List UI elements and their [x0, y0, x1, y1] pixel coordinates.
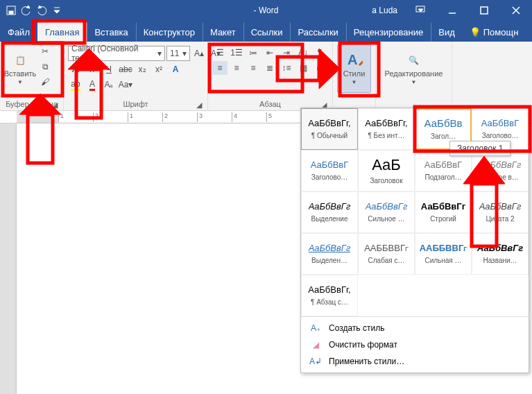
style-name: Строгий [430, 215, 456, 223]
format-painter-icon[interactable]: 🖌 [37, 75, 53, 89]
font-size-value: 11 [170, 49, 179, 58]
minimize-button[interactable] [436, 0, 468, 21]
clear-formatting-icon[interactable]: Aₐ [101, 78, 117, 92]
style-swatch[interactable]: АаБбВвГгНазвани… [472, 233, 529, 275]
align-right-icon[interactable]: ≡ [246, 61, 261, 75]
change-case-icon[interactable]: Aa▾ [118, 78, 133, 92]
maximize-button[interactable] [468, 0, 500, 21]
svg-marker-3 [38, 6, 42, 8]
style-name: Сильное … [368, 215, 404, 223]
svg-text:A: A [347, 52, 357, 67]
style-swatch[interactable]: АаБбВвГг,¶ Обычный [301, 108, 358, 150]
style-name: Загол… [431, 132, 456, 140]
multilevel-list-icon[interactable]: ≔ [246, 46, 261, 60]
align-left-icon[interactable]: ≡ [212, 61, 228, 75]
svg-rect-1 [9, 11, 13, 14]
tab-references[interactable]: Ссылки [243, 22, 291, 42]
style-swatch[interactable]: АаБбВвГгЦитата 2 [472, 191, 529, 233]
cut-icon[interactable]: ✂ [37, 44, 53, 58]
style-swatch[interactable]: АаБбВвГг,¶ Без инт… [358, 108, 415, 150]
tab-insert[interactable]: Вставка [87, 22, 135, 42]
line-spacing-icon[interactable]: ↕≡ [279, 61, 294, 75]
tab-review[interactable]: Рецензирование [346, 22, 431, 42]
clear-format-label: Очистить формат [329, 340, 397, 350]
copy-icon[interactable]: ⧉ [37, 60, 53, 74]
style-preview: АаБбВв [424, 118, 463, 130]
font-size-combo[interactable]: 11 ▾ [166, 46, 190, 61]
font-name-combo[interactable]: Calibri (Основной текст ▾ [68, 46, 165, 61]
bullets-icon[interactable]: ☰ [212, 46, 228, 60]
italic-icon[interactable]: К [85, 62, 100, 76]
highlight-color-icon[interactable]: ab [68, 78, 83, 92]
increase-font-icon[interactable]: A▴ [191, 46, 207, 60]
style-swatch[interactable]: АаБбВвГгВыделение [301, 191, 358, 233]
account-name[interactable]: a Luda [365, 6, 404, 15]
style-name: ¶ Обычный [311, 132, 347, 139]
editing-label: Редактирование [385, 70, 443, 78]
style-swatch[interactable]: АаБбВвГгСильное … [358, 191, 415, 233]
customize-qat-icon[interactable] [51, 5, 62, 16]
tab-mailings[interactable]: Рассылки [290, 22, 345, 42]
paste-button[interactable]: 📋 Вставить ▼ [4, 44, 36, 93]
close-button[interactable] [500, 0, 532, 21]
style-preview: АаБбВвГг [421, 202, 465, 212]
tell-me[interactable]: 💡 Помощн [463, 23, 526, 42]
apply-styles-label: Применить стили… [329, 357, 404, 366]
style-swatch[interactable]: АаБЗаголовок [358, 150, 415, 191]
window-title: - Word [254, 6, 279, 15]
style-preview: АаБбВвГг [309, 202, 351, 212]
borders-icon[interactable]: ▭ [312, 61, 327, 75]
chevron-down-icon: ▼ [411, 79, 417, 85]
ruler-tick: 2 [162, 112, 163, 122]
style-swatch[interactable]: АаБбВвГгСтрогий [415, 191, 472, 233]
text-effects-icon[interactable]: A [168, 62, 183, 76]
style-name: Заголовок [370, 177, 402, 185]
superscript-icon[interactable]: x² [151, 62, 166, 76]
font-color-icon[interactable]: A [85, 78, 100, 92]
vertical-ruler[interactable] [0, 123, 17, 394]
undo-icon[interactable] [21, 5, 32, 16]
style-preview: АаБ [372, 157, 401, 173]
save-icon[interactable] [6, 5, 17, 16]
align-center-icon[interactable]: ≡ [229, 61, 244, 75]
decrease-indent-icon[interactable]: ⇤ [262, 46, 277, 60]
style-swatch[interactable]: АаБбВвГгСлабое в… [472, 150, 529, 191]
style-name: Сильная … [424, 257, 461, 264]
style-preview: АаБбВвГг [366, 202, 408, 212]
redo-icon[interactable] [36, 5, 47, 16]
style-name: Заголово… [311, 173, 348, 181]
bold-icon[interactable]: Ж [68, 62, 83, 76]
ribbon-options-icon[interactable] [404, 6, 436, 15]
clipboard-launcher[interactable]: ◢ [51, 101, 59, 109]
tab-file[interactable]: Файл [0, 22, 37, 42]
clear-format-item[interactable]: ◢ Очистить формат [301, 336, 529, 353]
styles-gallery-button[interactable]: A Стили ▼ [337, 44, 371, 93]
style-swatch[interactable]: ААББВВГгСлабая с… [358, 233, 415, 275]
tab-view[interactable]: Вид [431, 22, 463, 42]
style-swatch[interactable]: АаБбВвГгВыделен… [301, 233, 358, 275]
clipboard-icon: 📋 [12, 52, 28, 69]
tab-layout[interactable]: Макет [203, 22, 243, 42]
font-launcher[interactable]: ◢ [195, 101, 203, 109]
create-style-item[interactable]: A₊ Создать стиль [301, 320, 529, 336]
tab-design[interactable]: Конструктор [136, 22, 203, 42]
show-marks-icon[interactable]: ¶ [312, 46, 327, 60]
style-swatch[interactable]: ААББВВГгСильная … [415, 233, 472, 275]
sort-icon[interactable]: A↓ [295, 46, 311, 60]
collapse-ribbon-icon[interactable] [525, 23, 532, 42]
strike-icon[interactable]: abc [118, 62, 133, 76]
numbering-icon[interactable]: 1☰ [229, 46, 244, 60]
group-styles: A Стили ▼ x [333, 42, 376, 110]
create-style-label: Создать стиль [329, 323, 384, 333]
apply-styles-item[interactable]: A↲ Применить стили… [301, 353, 529, 370]
editing-button[interactable]: 🔍 Редактирование ▼ [380, 44, 447, 93]
style-swatch[interactable]: АаБбВвГЗаголово… [301, 150, 358, 191]
subscript-icon[interactable]: x₂ [135, 62, 150, 76]
style-swatch[interactable]: АаБбВвГг,¶ Абзац с… [301, 275, 358, 316]
underline-icon[interactable]: Ч [101, 62, 117, 76]
increase-indent-icon[interactable]: ⇥ [279, 46, 294, 60]
shading-icon[interactable]: ▦ [295, 61, 311, 75]
style-swatch[interactable]: АаБбВвГПодзагол… [415, 150, 472, 191]
tab-home[interactable]: Главная [37, 22, 87, 42]
justify-icon[interactable]: ≣ [262, 61, 277, 75]
